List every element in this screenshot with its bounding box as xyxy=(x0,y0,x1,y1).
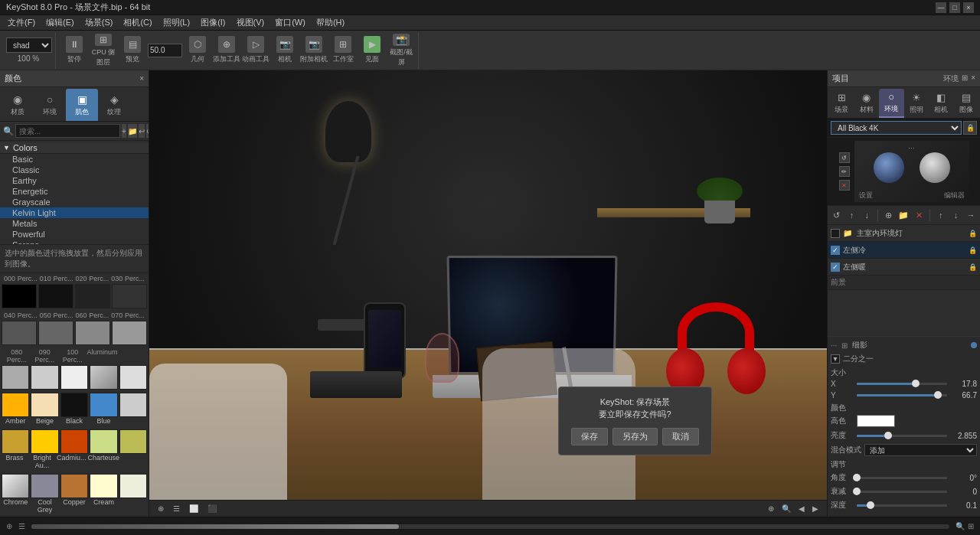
swatch-copper[interactable] xyxy=(60,474,88,498)
ir-delete-btn[interactable]: ✕ xyxy=(913,208,925,222)
vp-fit-btn[interactable]: ⊕ xyxy=(766,504,776,514)
color-swatch[interactable] xyxy=(857,415,895,427)
save-button[interactable]: 保存 xyxy=(571,428,608,445)
env-edit-btn[interactable]: ✏ xyxy=(839,166,850,177)
swatch-black[interactable] xyxy=(60,393,88,417)
viewport[interactable]: KeyShot: 保存场景要立即保存文件吗? 保存 另存为 取消 ⊕ ☰ ⬜ ⬛… xyxy=(149,70,827,517)
brightness-slider-thumb[interactable] xyxy=(884,432,892,439)
light-checkbox-left-warm[interactable]: ✓ xyxy=(831,263,840,272)
geometry-btn[interactable]: ⬡ 几何 xyxy=(184,34,211,67)
vp-zoom-btn[interactable]: 🔍 xyxy=(779,504,793,514)
number-input[interactable] xyxy=(148,44,182,57)
close-btn[interactable]: × xyxy=(963,2,974,13)
swatch-060[interactable] xyxy=(75,321,110,345)
ir-folder-btn[interactable]: 📁 xyxy=(898,208,910,222)
search-import-btn[interactable]: ↩ xyxy=(139,124,145,138)
tree-item-basic[interactable]: Basic xyxy=(0,154,149,165)
right-panel-close-icon[interactable]: × xyxy=(971,73,975,84)
env-delete-btn[interactable]: ✕ xyxy=(839,180,850,191)
vp-add-btn[interactable]: ⊕ xyxy=(155,504,166,514)
swatch-aluminum[interactable] xyxy=(90,365,117,390)
swatch-extra3[interactable] xyxy=(119,429,147,454)
vp-frame-btn[interactable]: ⬜ xyxy=(187,504,201,514)
menu-scene[interactable]: 场景(S) xyxy=(80,16,118,29)
falloff-slider-track[interactable] xyxy=(857,491,947,493)
swatch-brass[interactable] xyxy=(2,429,29,454)
vp-nav-right-btn[interactable]: ▶ xyxy=(810,504,821,514)
y-slider-thumb[interactable] xyxy=(934,391,942,399)
status-add-icon[interactable]: ⊕ xyxy=(6,522,12,530)
network-btn[interactable]: ⊞ CPU 侧图层 xyxy=(90,34,117,67)
swatch-amber[interactable] xyxy=(2,393,29,417)
swatch-cream[interactable] xyxy=(90,474,117,498)
right-panel-expand-icon[interactable]: ⊞ xyxy=(962,73,968,84)
angle-slider-thumb[interactable] xyxy=(853,474,861,481)
tab-colors[interactable]: ▣ 肌色 xyxy=(66,89,98,121)
ir-up2-btn[interactable]: ↑ xyxy=(935,208,947,222)
tree-item-earthy[interactable]: Earthy xyxy=(0,175,149,186)
status-nav-expand-btn[interactable]: ⊞ xyxy=(968,522,974,530)
pause-btn[interactable]: ⏸ 暂停 xyxy=(60,34,88,67)
tab-image[interactable]: ▤ 图像 xyxy=(954,89,979,118)
add-camera-btn[interactable]: 📷 附加相机 xyxy=(300,34,328,67)
swatch-030[interactable] xyxy=(112,284,147,308)
tree-item-powerful[interactable]: Powerful xyxy=(0,229,149,240)
ir-down-btn[interactable]: ↓ xyxy=(861,208,873,222)
env-lock-btn[interactable]: 🔒 xyxy=(963,121,977,135)
tab-camera[interactable]: ◧ 相机 xyxy=(929,89,954,118)
tab-materials[interactable]: ◉ 材质 xyxy=(2,89,34,121)
swatch-080[interactable] xyxy=(2,365,29,390)
menu-image[interactable]: 图像(I) xyxy=(196,16,230,29)
status-list-icon[interactable]: ☰ xyxy=(18,522,25,530)
left-panel-close-icon[interactable]: × xyxy=(139,74,144,83)
swatch-charteuse[interactable] xyxy=(90,429,117,454)
screenshot-btn[interactable]: 📸 截图/截屏 xyxy=(387,34,415,67)
angle-slider-track[interactable] xyxy=(857,477,947,479)
ir-rotate-btn[interactable]: ↺ xyxy=(831,208,843,222)
falloff-slider-thumb[interactable] xyxy=(853,488,861,495)
ir-up-btn[interactable]: ↑ xyxy=(846,208,858,222)
depth-slider-track[interactable] xyxy=(857,504,947,507)
tab-materials[interactable]: ◉ 材料 xyxy=(854,89,880,118)
light-item-left-cold[interactable]: ✓ 左侧冷 🔒 xyxy=(828,242,980,259)
swatch-100[interactable] xyxy=(60,365,88,390)
ir-down2-btn[interactable]: ↓ xyxy=(950,208,962,222)
swatch-020[interactable] xyxy=(75,284,110,308)
tree-item-kelvin-light[interactable]: Kelvin Light xyxy=(0,207,149,218)
menu-help[interactable]: 帮助(H) xyxy=(312,16,349,29)
minimize-btn[interactable]: — xyxy=(936,2,946,13)
menu-lighting[interactable]: 照明(L) xyxy=(158,16,194,29)
maximize-btn[interactable]: □ xyxy=(949,2,960,13)
camera-btn[interactable]: 📷 相机 xyxy=(271,34,299,67)
tab-textures[interactable]: ◈ 纹理 xyxy=(98,89,130,121)
menu-file[interactable]: 文件(F) xyxy=(3,16,40,29)
colors-group-header[interactable]: ▼ Colors xyxy=(0,142,149,154)
add-geometry-btn[interactable]: ⊕ 添加工具 xyxy=(213,34,240,67)
swatch-extra4[interactable] xyxy=(119,474,147,498)
swatch-070[interactable] xyxy=(112,321,147,345)
tree-item-metals[interactable]: Metals xyxy=(0,218,149,229)
tree-item-classic[interactable]: Classic xyxy=(0,165,149,175)
swatch-extra1[interactable] xyxy=(119,365,147,390)
swatch-chrome[interactable] xyxy=(2,474,29,498)
brightness-slider-track[interactable] xyxy=(857,435,947,437)
env-preset-select[interactable]: All Black 4K xyxy=(831,121,962,135)
props-expand-icon[interactable]: ⊞ xyxy=(840,341,849,350)
search-input[interactable] xyxy=(15,124,120,138)
menu-edit[interactable]: 编辑(E) xyxy=(41,16,79,29)
status-nav-zoom-btn[interactable]: 🔍 xyxy=(956,522,965,530)
vp-list-btn[interactable]: ☰ xyxy=(171,504,182,514)
light-checkbox-left-cold[interactable]: ✓ xyxy=(831,246,840,255)
tree-item-grayscale[interactable]: Grayscale xyxy=(0,197,149,207)
swatch-cool-grey[interactable] xyxy=(31,474,58,498)
light-item-main[interactable]: 📁 主室内环境灯 🔒 xyxy=(828,225,980,242)
cancel-button[interactable]: 取消 xyxy=(662,428,699,445)
swatch-cadmium[interactable] xyxy=(60,429,88,454)
menu-camera[interactable]: 相机(C) xyxy=(119,16,156,29)
swatch-blue[interactable] xyxy=(90,393,117,417)
swatch-050[interactable] xyxy=(38,321,74,345)
tab-scene[interactable]: ⊞ 场景 xyxy=(829,89,854,118)
blend-select[interactable]: 添加 xyxy=(864,444,977,456)
vp-frame2-btn[interactable]: ⬛ xyxy=(205,504,219,514)
swatch-040[interactable] xyxy=(2,321,37,345)
